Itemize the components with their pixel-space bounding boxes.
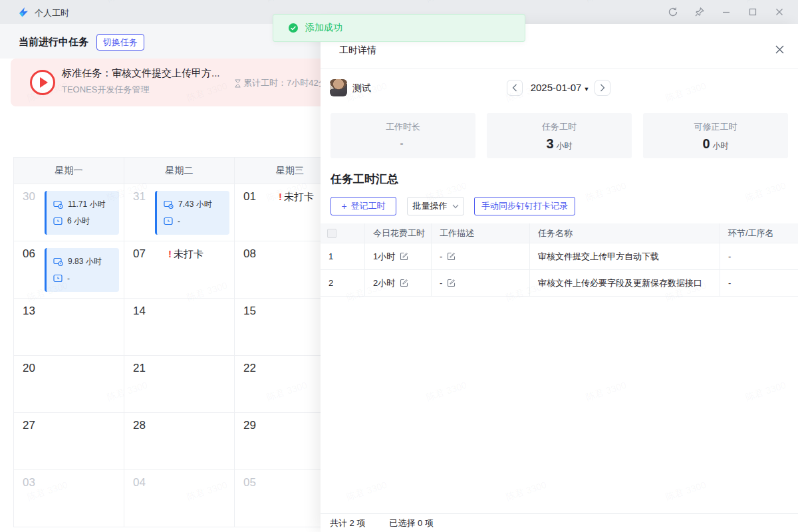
batch-operation-button[interactable]: 批量操作 <box>407 197 464 215</box>
refresh-icon <box>668 7 678 17</box>
selected-count: 已选择 0 项 <box>389 517 433 529</box>
calendar-day-cell[interactable]: 21 <box>124 356 235 413</box>
stat-label: 工作时长 <box>331 121 475 133</box>
calendar-date: 04 <box>133 476 146 489</box>
stat-unit: 小时 <box>557 141 573 150</box>
success-toast: 添加成功 <box>273 14 525 42</box>
row-task-name: 审核文件提交上传甲方自动下载 <box>538 251 659 263</box>
task-hours-text: - <box>178 217 180 226</box>
plus-icon: + <box>341 201 346 211</box>
edit-hours-icon[interactable] <box>400 279 408 287</box>
calendar-day-cell[interactable]: 27 <box>14 413 124 470</box>
play-button[interactable] <box>30 70 55 95</box>
work-hours-badge[interactable]: 9.83 小时 - <box>45 248 119 292</box>
chevron-right-icon <box>600 84 605 92</box>
select-all-checkbox[interactable] <box>327 229 336 238</box>
maximize-icon <box>748 7 757 17</box>
attendance-hours-icon <box>53 257 63 267</box>
calendar-date: 14 <box>133 305 146 318</box>
attendance-hours-text: 9.83 小时 <box>68 256 102 267</box>
calendar-date: 13 <box>23 305 35 318</box>
calendar-date: 08 <box>243 247 256 261</box>
stat-value: 3 <box>546 136 553 151</box>
work-hours-badge[interactable]: 11.71 小时 6 小时 <box>45 191 119 235</box>
hours-table: 今日花费工时 工作描述 任务名称 环节/工序名 1 1小时 - <box>321 223 798 297</box>
work-hours-detail-drawer: 工时详情 测试 2025-01-07▼ 工作时长 - <box>321 24 798 532</box>
calendar-date: 15 <box>243 305 256 318</box>
next-day-button[interactable] <box>595 80 610 96</box>
edit-hours-icon[interactable] <box>400 252 408 261</box>
calendar-date: 28 <box>133 419 146 432</box>
task-hours-icon <box>53 217 63 225</box>
user-name: 测试 <box>352 82 371 94</box>
calendar-date: 05 <box>243 476 256 489</box>
current-task-title: 标准任务：审核文件提交上传甲方... <box>62 67 220 80</box>
task-hours-text: 6 小时 <box>67 215 90 227</box>
check-circle-icon <box>288 23 299 33</box>
calendar-grid: 30 11.71 小时 6 小时 <box>13 184 345 527</box>
row-index: 1 <box>329 251 333 261</box>
alert-mark-icon: ! <box>279 191 282 202</box>
maximize-button[interactable] <box>739 0 766 24</box>
toast-message: 添加成功 <box>305 22 342 34</box>
attendance-hours-text: 11.71 小时 <box>68 199 105 210</box>
prev-day-button[interactable] <box>507 80 523 96</box>
col-header-step-name: 环节/工序名 <box>720 223 798 243</box>
calendar-day-cell[interactable]: 06 9.83 小时 - <box>14 241 124 299</box>
row-task-name: 审核文件上传必要字段及更新保存数据接口 <box>538 277 702 289</box>
switch-task-button[interactable]: 切换任务 <box>96 34 144 51</box>
calendar-day-cell[interactable]: 04 <box>124 470 235 527</box>
date-value: 2025-01-07 <box>531 82 582 93</box>
table-row[interactable]: 2 2小时 - 审核文件上传必要字段及更新保存数据接口 - <box>321 270 798 297</box>
row-index: 2 <box>329 278 333 288</box>
chevron-down-icon <box>452 204 459 209</box>
calendar-day-cell[interactable]: 31 7.43 小时 - <box>124 184 235 241</box>
calendar-date: 31 <box>133 190 146 203</box>
caret-down-icon: ▼ <box>583 86 589 92</box>
calendar-day-cell[interactable]: 07 !未打卡 <box>124 241 235 299</box>
attendance-hours-text: 7.43 小时 <box>178 199 212 210</box>
stat-unit: 小时 <box>713 141 729 150</box>
task-hours-icon <box>164 217 173 225</box>
stats-row: 工作时长 - 任务工时 3小时 可修正工时 0小时 <box>331 113 788 158</box>
edit-description-icon[interactable] <box>447 252 456 261</box>
calendar-day-cell[interactable]: 30 11.71 小时 6 小时 <box>14 184 124 241</box>
table-header-row: 今日花费工时 工作描述 任务名称 环节/工序名 <box>321 223 798 243</box>
weekday-monday: 星期一 <box>14 158 124 184</box>
pin-icon <box>694 7 705 17</box>
edit-description-icon[interactable] <box>447 279 456 287</box>
task-hours-text: - <box>67 274 70 283</box>
total-count: 共计 2 项 <box>330 517 365 529</box>
hourglass-icon <box>234 79 241 88</box>
drawer-close-button[interactable] <box>771 41 787 57</box>
pin-button[interactable] <box>686 0 713 24</box>
sync-dingtalk-button[interactable]: 手动同步钉钉打卡记录 <box>474 197 575 215</box>
calendar-date: 21 <box>133 362 146 375</box>
work-hours-badge[interactable]: 7.43 小时 - <box>155 191 229 235</box>
calendar-day-cell[interactable]: 14 <box>124 299 235 356</box>
close-window-button[interactable] <box>766 0 793 24</box>
toolbar: + 登记工时 批量操作 手动同步钉钉打卡记录 <box>331 197 575 215</box>
stat-label: 可修正工时 <box>643 121 788 133</box>
calendar-day-cell[interactable]: 28 <box>124 413 235 470</box>
register-hours-button[interactable]: + 登记工时 <box>331 197 396 215</box>
minimize-button[interactable] <box>713 0 739 24</box>
refresh-button[interactable] <box>660 0 686 24</box>
table-row[interactable]: 1 1小时 - 审核文件提交上传甲方自动下载 - <box>321 243 798 270</box>
calendar-date: 20 <box>23 362 35 375</box>
calendar-date: 22 <box>243 362 256 375</box>
calendar-day-cell[interactable]: 20 <box>14 356 124 413</box>
row-description: - <box>440 278 442 288</box>
not-clocked-label: !未打卡 <box>279 191 314 203</box>
stat-correctable-hours: 可修正工时 0小时 <box>643 113 788 158</box>
stat-value: - <box>400 138 404 149</box>
calendar-day-cell[interactable]: 03 <box>14 470 124 527</box>
date-picker[interactable]: 2025-01-07▼ <box>528 82 592 93</box>
summary-title: 任务工时汇总 <box>331 172 398 187</box>
calendar-day-cell[interactable]: 13 <box>14 299 124 356</box>
calendar-date: 03 <box>23 476 35 489</box>
alert-mark-icon: ! <box>168 248 172 259</box>
chevron-left-icon <box>512 84 517 92</box>
attendance-hours-icon <box>164 200 174 209</box>
task-hours-icon <box>53 274 63 283</box>
